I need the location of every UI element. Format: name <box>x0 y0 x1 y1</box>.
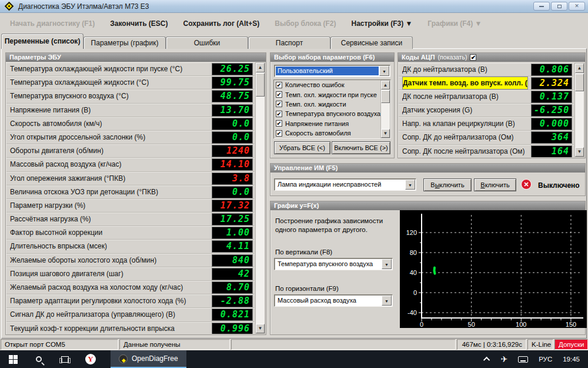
vertical-axis-combobox[interactable]: Температура впускного воздуха ▼ <box>274 258 393 270</box>
add-all-button[interactable]: Включить ВСЕ (>) <box>332 141 390 154</box>
search-button[interactable] <box>26 350 52 368</box>
browser-button[interactable]: Y <box>78 350 103 368</box>
parameter-row[interactable]: Рассчётная нагрузка (%) 17.25 <box>6 213 255 226</box>
checkbox-list-scrollbar[interactable]: ▲ ▼ <box>380 80 390 138</box>
parameter-list-item[interactable]: Количество ошибок <box>274 80 390 89</box>
scrollbar-thumb[interactable] <box>256 73 265 97</box>
parameter-row[interactable]: Температура охлаждающей жидкости (°C) 99… <box>6 76 255 89</box>
clock[interactable]: 19:45 <box>557 350 588 368</box>
parameter-row[interactable]: Угол опережения зажигания (°ПКВ) 3.8 <box>6 172 255 185</box>
parameter-row[interactable]: Температура охлаждающей жидкости при пус… <box>6 62 255 76</box>
scroll-down-icon[interactable]: ▼ <box>575 147 584 157</box>
preset-combobox[interactable]: Пользовательский ▼ <box>274 65 390 77</box>
tab[interactable]: Паспорт <box>248 37 330 49</box>
parameter-row[interactable]: Температура впускного воздуха (°C) 48.75 <box>6 89 255 103</box>
adc-scrollbar[interactable]: ▲ ▼ <box>574 63 584 157</box>
menu-item[interactable]: Выбор блока (F2) <box>267 17 343 30</box>
checkbox-checked-icon[interactable] <box>276 130 282 137</box>
menu-item[interactable]: Графики (F4) ▼ <box>420 17 489 30</box>
parameter-row[interactable]: Фактор высотной коррекции 1.00 <box>6 226 255 240</box>
minimize-button[interactable] <box>533 2 550 11</box>
parameter-row[interactable]: Параметр нагрузки (%) 17.32 <box>6 199 255 213</box>
chevron-down-icon[interactable]: ▼ <box>382 259 392 269</box>
parameter-row[interactable]: Текущий коэф-т коррекции длительности вп… <box>6 322 255 334</box>
vertical-axis-label: По вертикали (F8) <box>275 248 332 256</box>
scroll-down-icon[interactable]: ▼ <box>256 324 265 333</box>
chevron-down-icon[interactable]: ▼ <box>379 66 389 76</box>
touch-keyboard-button[interactable] <box>513 350 533 368</box>
parameter-row[interactable]: Напряжение питания (В) 13.70 <box>6 104 255 117</box>
start-button[interactable] <box>0 350 26 368</box>
checkbox-checked-icon[interactable] <box>276 111 282 117</box>
parameter-row[interactable]: Позиция шагового двигателя (шаг) 42 <box>6 267 255 281</box>
parameter-row[interactable]: Желаемые обороты холостого хода (об/мин)… <box>6 254 255 267</box>
scrollbar-thumb[interactable] <box>575 74 584 91</box>
parameter-list-item[interactable]: Температура впускного воздуха <box>274 109 390 118</box>
parameter-row[interactable]: Датчик темп. возд. во впуск. колл. (В) 2… <box>399 77 574 90</box>
task-view-button[interactable] <box>52 350 78 368</box>
parameter-label: Датчик ускорения (G) <box>402 104 528 117</box>
parameter-list-label: Напряжение питания <box>285 120 349 127</box>
menu-item[interactable]: Сохранить лог (Alt+S) <box>176 17 268 30</box>
checkbox-checked-icon[interactable] <box>276 120 282 127</box>
parameter-row[interactable]: Сигнал ДК до нейтрализатора (управляющег… <box>6 308 255 321</box>
chevron-down-icon[interactable]: ▼ <box>382 296 392 306</box>
parameter-list-item[interactable]: Напряжение питания <box>274 119 390 128</box>
checkbox-checked-icon[interactable] <box>276 101 282 107</box>
parameter-row[interactable]: Параметр адаптации регулировки холостого… <box>6 294 255 308</box>
parameter-value: 0.821 <box>212 309 253 321</box>
turn-on-button[interactable]: Включить <box>474 178 516 191</box>
parameter-row[interactable]: Массовый расход воздуха (кг/час) 14.10 <box>6 158 255 171</box>
menu-item[interactable]: Начать диагностику (F1) <box>2 17 102 30</box>
horizontal-axis-combobox[interactable]: Массовый расход воздуха ▼ <box>274 294 393 307</box>
actuator-combobox[interactable]: Лампа индикации неисправностей ▼ <box>274 178 416 191</box>
close-button[interactable]: ✕ <box>569 2 585 11</box>
airplane-mode-button[interactable]: ✈ <box>495 350 513 368</box>
tab[interactable]: Ошибки <box>166 37 248 49</box>
menu-item[interactable]: Настройки (F3) ▼ <box>343 17 420 30</box>
status-tolerances-badge[interactable]: Допуски <box>554 339 588 350</box>
parameter-row[interactable]: Скорость автомобиля (км/ч) 0.0 <box>6 117 255 131</box>
tab[interactable]: Переменные (список) <box>1 34 83 49</box>
parameter-list-item[interactable]: Угол откр. дроссельной засл. <box>274 138 390 139</box>
scroll-down-icon[interactable]: ▼ <box>381 129 390 138</box>
parameter-list-item[interactable]: Темп. охл. жидкости при пуске <box>274 89 390 99</box>
parameter-row[interactable]: Длительность впрыска (мсек) 4.11 <box>6 240 255 253</box>
parameter-row[interactable]: Угол открытия дроссельной заслонки (%) 0… <box>6 131 255 144</box>
restore-button[interactable] <box>551 2 567 11</box>
parameter-row[interactable]: ДК после нейтрализатора (В) 0.137 <box>399 90 574 104</box>
parameter-row[interactable]: Датчик ускорения (G) -6.250 <box>399 104 574 117</box>
parameter-list-item[interactable]: Скорость автомобиля <box>274 128 390 138</box>
parameter-row[interactable]: Сопр. ДК до нейтрализатора (Ом) 364 <box>399 131 574 144</box>
checkbox-checked-icon[interactable] <box>276 82 282 88</box>
language-indicator[interactable]: РУС <box>533 350 557 368</box>
turn-off-button[interactable]: Выключить <box>423 178 472 191</box>
parameter-row[interactable]: ДК до нейтрализатора (В) 0.806 <box>399 63 574 77</box>
taskbar: Y OpenDiagFree ✈ РУС 19:45 <box>0 350 588 368</box>
ecu-params-scrollbar[interactable]: ▲ ▼ <box>255 62 265 334</box>
parameter-row[interactable]: Величина отскока УОЗ при детонации (°ПКВ… <box>6 185 255 199</box>
parameter-label: Массовый расход воздуха (кг/час) <box>10 158 209 171</box>
parameter-row[interactable]: Напр. на клапан рециркуляции (В) 0.000 <box>399 117 574 131</box>
scroll-up-icon[interactable]: ▲ <box>575 64 584 73</box>
checkbox-checked-icon[interactable] <box>276 91 282 98</box>
tab[interactable]: Параметры (график) <box>83 37 166 49</box>
taskbar-app-opendiagfree[interactable]: OpenDiagFree <box>111 350 186 368</box>
show-checkbox-icon[interactable] <box>470 54 476 61</box>
parameter-row[interactable]: Желаемый расход воздуха на холостом ходу… <box>6 281 255 294</box>
scrollbar-thumb[interactable] <box>381 90 390 103</box>
parameter-value: 2.324 <box>531 77 572 89</box>
scroll-up-icon[interactable]: ▲ <box>256 63 265 72</box>
svg-text:150: 150 <box>566 321 576 328</box>
scroll-up-icon[interactable]: ▲ <box>381 81 390 89</box>
tray-expand-button[interactable] <box>480 350 495 368</box>
tab[interactable]: Сервисные записи <box>330 37 413 49</box>
menu-item[interactable]: Закончить (ESC) <box>102 17 175 30</box>
parameter-value: 48.75 <box>212 90 253 102</box>
titlebar[interactable]: Диагностика ЭБУ Итэлма/Автэл М73 Е3 ✕ <box>0 0 588 13</box>
chevron-down-icon[interactable]: ▼ <box>405 180 415 190</box>
remove-all-button[interactable]: Убрать ВСЕ (<) <box>274 141 330 154</box>
parameter-list-item[interactable]: Темп. охл. жидкости <box>274 100 390 109</box>
parameter-row[interactable]: Сопр. ДК после нейтрализатора (Ом) 164 <box>399 145 574 157</box>
parameter-row[interactable]: Обороты двигателя (об/мин) 1240 <box>6 144 255 158</box>
